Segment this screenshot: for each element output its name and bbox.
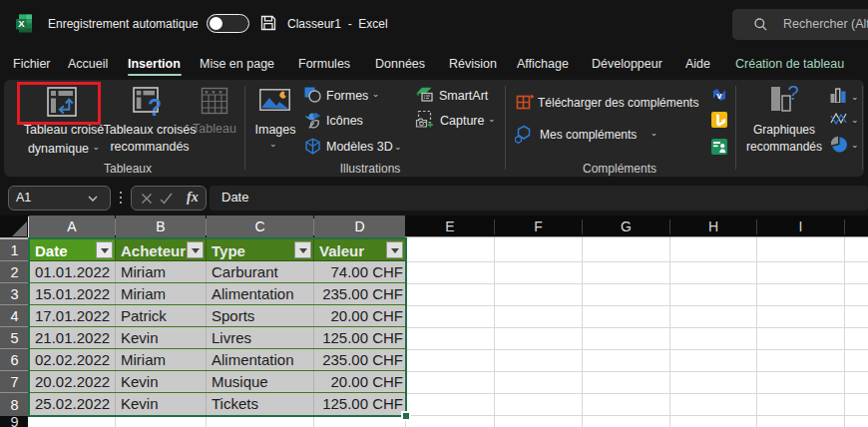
- svg-text:v: v: [716, 91, 721, 101]
- svg-text:?: ?: [148, 95, 162, 120]
- svg-text:X: X: [18, 18, 25, 29]
- svg-text:?: ?: [787, 86, 798, 104]
